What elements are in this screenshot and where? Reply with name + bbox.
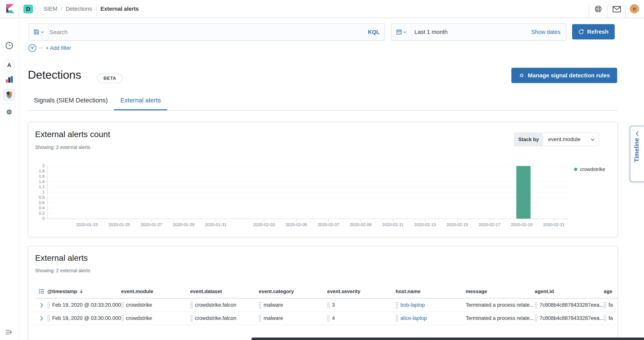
drag-handle-icon[interactable] [604, 315, 606, 322]
cell-event-module[interactable]: crowdstrike [121, 302, 190, 309]
expand-row-button[interactable] [36, 316, 47, 321]
y-tick-mark [45, 197, 47, 198]
timeline-bottom-drawer-edge[interactable] [252, 338, 644, 340]
column-header-agent-id[interactable]: agent.id [535, 289, 604, 294]
cell-host-name[interactable]: alice-laptop [396, 315, 466, 322]
drag-handle-icon[interactable] [535, 315, 537, 322]
drag-handle-icon[interactable] [190, 315, 192, 322]
breadcrumb-separator: / [96, 6, 97, 12]
breadcrumb-detections[interactable]: Detections [66, 6, 92, 12]
cell-event-category[interactable]: malware [259, 302, 327, 309]
x-tick-mark [87, 219, 87, 221]
column-header-event-severity[interactable]: event.severity [327, 289, 396, 294]
filter-menu-icon[interactable] [28, 44, 37, 53]
drag-handle-icon[interactable] [604, 302, 606, 309]
drag-handle-icon[interactable] [190, 302, 192, 309]
stack-by-control: Stack by event.module [514, 133, 599, 146]
tab-external-alerts[interactable]: External alerts [120, 97, 161, 104]
legend-item-crowdstrike[interactable]: crowdstrike [580, 166, 605, 172]
calendar-icon [396, 29, 402, 35]
quick-select-menu-button[interactable] [392, 24, 412, 40]
filter-bar-placeholder [38, 48, 43, 48]
y-tick-mark [45, 171, 47, 171]
chevron-left-icon [635, 131, 640, 137]
kql-language-button[interactable]: KQL [368, 24, 380, 40]
drag-handle-icon[interactable] [327, 302, 330, 309]
cell-agent-type[interactable]: fa [604, 302, 618, 309]
save-icon [34, 29, 39, 35]
siem-app-icon-active[interactable] [0, 89, 18, 101]
y-tick-label: 0.8 [28, 195, 45, 200]
help-icon[interactable] [594, 5, 602, 14]
x-tick-label: 2020-01-31 [200, 222, 232, 227]
space-badge[interactable]: D [24, 4, 33, 13]
cell-event-dataset[interactable]: crowdstrike.falcon [190, 302, 259, 309]
breadcrumb-siem[interactable]: SIEM [44, 6, 57, 12]
kibana-logo-icon[interactable] [4, 3, 16, 15]
visualize-app-icon[interactable] [0, 75, 18, 84]
gridline [47, 171, 568, 171]
cell-event-severity[interactable]: 3 [327, 302, 396, 309]
saved-query-menu-button[interactable] [29, 24, 49, 40]
drag-handle-icon[interactable] [396, 302, 398, 309]
add-filter-button[interactable]: + Add filter [46, 44, 71, 52]
cell-event-severity[interactable]: 4 [327, 315, 396, 322]
drag-handle-icon[interactable] [47, 302, 50, 309]
cell-event-category[interactable]: malware [259, 315, 327, 322]
column-header-event-module[interactable]: event.module [121, 289, 190, 294]
app-navigation-rail: A [0, 18, 19, 340]
management-gear-icon[interactable] [0, 108, 18, 116]
show-dates-button[interactable]: Show dates [531, 24, 560, 40]
drag-handle-icon[interactable] [121, 315, 124, 322]
drag-handle-icon[interactable] [47, 315, 50, 322]
refresh-button[interactable]: Refresh [572, 24, 615, 39]
field-browser-button[interactable] [36, 289, 47, 294]
timeline-flyout-button[interactable]: Timeline [630, 126, 644, 182]
bar-crowdstrike[interactable] [516, 166, 530, 219]
cell-timestamp[interactable]: Feb 19, 2020 @ 03:30:00.000 [47, 315, 121, 322]
panel-title: External alerts count [35, 130, 110, 139]
column-header-event-category[interactable]: event.category [259, 289, 327, 294]
drag-handle-icon[interactable] [259, 315, 261, 322]
host-name-link[interactable]: bob-laptop [400, 302, 425, 308]
expand-row-button[interactable] [36, 303, 47, 308]
drag-handle-icon[interactable] [327, 315, 330, 322]
cell-agent-id[interactable]: 7c808b4c8878433287eea... [535, 302, 604, 309]
collapse-menu-icon[interactable] [0, 329, 18, 335]
drag-handle-icon[interactable] [121, 302, 124, 309]
x-tick-label: 2020-02-19 [506, 222, 538, 227]
column-header-host-name[interactable]: host.name [396, 289, 466, 294]
column-header-message[interactable]: message [466, 289, 535, 294]
cell-host-name[interactable]: bob-laptop [396, 302, 466, 309]
y-axis-line [47, 166, 48, 219]
x-tick-label: 2020-02-05 [280, 222, 312, 227]
drag-handle-icon[interactable] [396, 315, 398, 322]
search-input[interactable] [49, 24, 372, 41]
column-header-event-dataset[interactable]: event.dataset [190, 289, 259, 294]
cell-event-module[interactable]: crowdstrike [121, 315, 190, 322]
cell-timestamp[interactable]: Feb 19, 2020 @ 03:33:20.000 [47, 302, 121, 309]
cell-agent-id[interactable]: 7c808b4c8878433287eea... [535, 315, 604, 322]
column-header-agent-type[interactable]: age [604, 289, 618, 294]
manage-signal-detection-rules-button[interactable]: Manage signal detection rules [511, 68, 617, 83]
cell-event-dataset[interactable]: crowdstrike.falcon [190, 315, 259, 322]
panel-title: External alerts [35, 253, 88, 263]
user-avatar[interactable]: e [630, 4, 639, 13]
apm-app-icon[interactable]: A [0, 59, 18, 71]
drag-handle-icon[interactable] [535, 302, 537, 309]
column-header-timestamp[interactable]: @timestamp [47, 289, 121, 294]
host-name-link[interactable]: alice-laptop [400, 315, 427, 321]
newsfeed-icon[interactable] [612, 6, 621, 13]
x-tick-label: 2020-02-07 [312, 222, 344, 227]
recently-viewed-icon[interactable] [0, 41, 18, 50]
x-tick-mark [151, 219, 152, 221]
x-tick-mark [328, 219, 329, 221]
external-alerts-table: @timestamp event.module event.dataset ev… [36, 285, 618, 325]
y-tick-label: 0.4 [28, 205, 45, 210]
cell-agent-type[interactable]: fa [604, 315, 618, 322]
tab-signals[interactable]: Signals (SIEM Detections) [34, 97, 108, 104]
drag-handle-icon[interactable] [259, 302, 261, 309]
breadcrumb: SIEM / Detections / External alerts [44, 0, 139, 18]
date-range-value[interactable]: Last 1 month [414, 24, 448, 40]
stack-by-select[interactable]: event.module [543, 133, 599, 146]
